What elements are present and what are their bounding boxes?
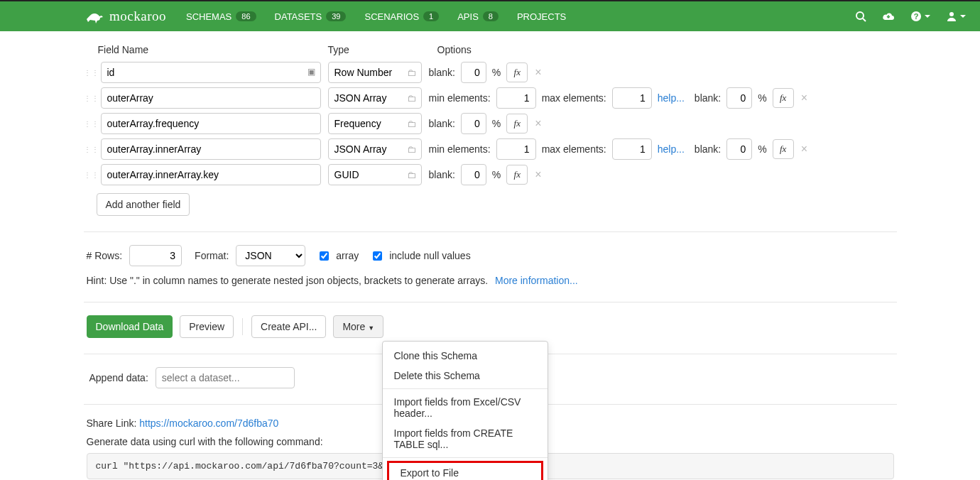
drag-handle-icon[interactable]: ⋮⋮: [84, 120, 94, 128]
fx-button[interactable]: fx: [773, 139, 794, 159]
field-row: ⋮⋮ 🗀 min elements: max elements: help...…: [84, 136, 897, 162]
header-field-name: Field Name: [98, 44, 318, 55]
nav-scenarios[interactable]: SCENARIOS1: [364, 11, 439, 22]
percent-label: %: [492, 67, 501, 78]
max-elements-input[interactable]: [612, 87, 652, 109]
remove-icon[interactable]: ×: [533, 66, 543, 79]
top-navbar: mockaroo SCHEMAS86 DATASETS39 SCENARIOS1…: [0, 0, 980, 31]
drag-handle-icon[interactable]: ⋮⋮: [84, 146, 94, 153]
blank-input[interactable]: [461, 164, 486, 185]
max-elements-label: max elements:: [542, 92, 606, 104]
help-link[interactable]: help...: [658, 143, 685, 155]
folder-icon[interactable]: 🗀: [407, 67, 416, 78]
user-icon[interactable]: [946, 11, 966, 22]
svg-text:?: ?: [914, 12, 919, 21]
menu-clone-schema[interactable]: Clone this Schema: [383, 346, 548, 366]
help-link[interactable]: help...: [658, 92, 685, 104]
folder-icon[interactable]: 🗀: [407, 144, 416, 155]
drag-handle-icon[interactable]: ⋮⋮: [84, 171, 94, 179]
remove-icon[interactable]: ×: [533, 117, 543, 130]
blank-input[interactable]: [726, 138, 752, 160]
array-checkbox[interactable]: [320, 251, 329, 261]
append-dataset-input[interactable]: [156, 367, 295, 388]
divider: [84, 302, 897, 302]
share-link-url[interactable]: https://mockaroo.com/7d6fba70: [139, 418, 278, 429]
fx-button[interactable]: fx: [506, 62, 528, 82]
nav-apis-badge: 8: [483, 11, 499, 21]
null-values-checkbox-label: include null values: [389, 250, 470, 261]
null-values-checkbox[interactable]: [373, 251, 382, 261]
menu-divider: [383, 457, 548, 458]
blank-input[interactable]: [461, 62, 486, 83]
nav-apis[interactable]: APIS8: [457, 11, 499, 22]
divider: [242, 318, 243, 335]
percent-label: %: [492, 118, 501, 129]
remove-icon[interactable]: ×: [533, 168, 543, 181]
menu-export-to-file[interactable]: Export to File: [387, 461, 543, 480]
drag-handle-icon[interactable]: ⋮⋮: [84, 69, 94, 77]
remove-icon[interactable]: ×: [800, 92, 809, 104]
folder-icon[interactable]: 🗀: [407, 119, 416, 129]
drag-handle-icon[interactable]: ⋮⋮: [84, 94, 94, 102]
help-icon[interactable]: ?: [910, 11, 930, 22]
search-icon[interactable]: [855, 11, 866, 22]
blank-input[interactable]: [726, 87, 752, 109]
brand-logo[interactable]: mockaroo: [85, 9, 166, 24]
field-name-input[interactable]: [101, 113, 321, 134]
menu-delete-schema[interactable]: Delete this Schema: [383, 366, 548, 386]
folder-icon[interactable]: 🗀: [407, 93, 416, 104]
svg-line-1: [863, 18, 866, 21]
topbar-right: ?: [855, 11, 966, 22]
fx-button[interactable]: fx: [506, 114, 528, 133]
download-data-button[interactable]: Download Data: [87, 315, 173, 338]
format-label: Format:: [195, 250, 229, 261]
append-data-label: Append data:: [89, 372, 148, 383]
divider: [84, 231, 897, 232]
field-name-input[interactable]: [101, 138, 321, 160]
field-row: ⋮⋮ 🗀 blank: % fx ×: [84, 111, 897, 136]
field-name-input[interactable]: [101, 87, 321, 109]
field-name-input[interactable]: [101, 164, 321, 185]
action-button-row: Download Data Preview Create API... More…: [84, 315, 897, 338]
more-dropdown-button[interactable]: More ▼: [333, 315, 383, 338]
percent-label: %: [758, 92, 766, 104]
nav-datasets[interactable]: DATASETS39: [275, 11, 347, 22]
array-checkbox-label: array: [336, 250, 359, 261]
fx-button[interactable]: fx: [506, 165, 528, 185]
percent-label: %: [758, 143, 766, 155]
blank-label: blank:: [695, 143, 721, 155]
blank-label: blank:: [429, 118, 455, 129]
min-elements-input[interactable]: [496, 138, 536, 160]
brand-name: mockaroo: [109, 9, 166, 24]
kangaroo-icon: [85, 9, 105, 23]
percent-label: %: [492, 169, 501, 180]
cloud-download-icon[interactable]: [882, 11, 895, 21]
format-select[interactable]: JSON: [236, 245, 305, 266]
min-elements-label: min elements:: [429, 92, 491, 104]
header-options: Options: [437, 44, 472, 55]
fx-button[interactable]: fx: [773, 88, 794, 108]
field-name-input[interactable]: [101, 62, 321, 83]
blank-label: blank:: [429, 169, 455, 180]
preview-button[interactable]: Preview: [180, 315, 234, 338]
more-information-link[interactable]: More information...: [495, 275, 578, 286]
max-elements-input[interactable]: [612, 138, 652, 160]
add-field-button[interactable]: Add another field: [97, 193, 190, 216]
output-config-row: # Rows: Format: JSON array include null …: [84, 245, 897, 275]
nav-scenarios-badge: 1: [423, 11, 439, 21]
menu-import-sql[interactable]: Import fields from CREATE TABLE sql...: [383, 423, 548, 454]
create-api-button[interactable]: Create API...: [251, 315, 326, 338]
min-elements-input[interactable]: [496, 87, 536, 109]
svg-point-0: [856, 12, 864, 19]
folder-icon[interactable]: 🗀: [407, 170, 416, 180]
nav-projects[interactable]: PROJECTS: [517, 11, 566, 22]
collapse-icon[interactable]: ▣: [307, 67, 315, 77]
rows-input[interactable]: [129, 245, 182, 266]
menu-import-excel[interactable]: Import fields from Excel/CSV header...: [383, 392, 548, 423]
blank-input[interactable]: [461, 113, 486, 134]
remove-icon[interactable]: ×: [800, 143, 809, 156]
main-content: Field Name Type Options ⋮⋮ ▣ 🗀 blank: % …: [84, 31, 897, 480]
field-row: ⋮⋮ ▣ 🗀 blank: % fx ×: [84, 60, 897, 85]
share-link-label: Share Link:: [87, 418, 140, 429]
nav-schemas[interactable]: SCHEMAS86: [186, 11, 256, 22]
